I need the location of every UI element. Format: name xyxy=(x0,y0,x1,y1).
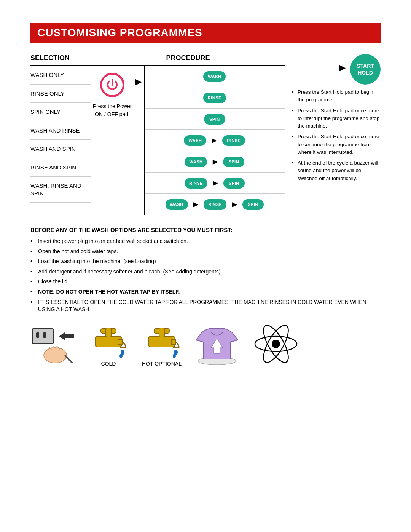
procedure-row-wash-rinse-spin: WASH ► RINSE ► SPIN xyxy=(145,194,285,215)
start-hold-line1: START xyxy=(357,62,374,69)
procedure-row-rinse: RINSE xyxy=(145,87,285,109)
svg-point-6 xyxy=(44,348,67,363)
wash-badge-4: WASH xyxy=(166,199,188,210)
svg-point-13 xyxy=(119,354,123,358)
procedure-rows: WASH RINSE SPIN WASH ► RINSE WASH ► SPIN xyxy=(144,66,285,215)
procedure-to-start-arrow: ► xyxy=(337,62,348,85)
bottom-icons-row: COLD HOT OPTIONAL xyxy=(30,321,381,367)
arrow-icon-4: ► xyxy=(192,200,200,209)
procedure-column: PROCEDURE Press the Power ON / OFF pad. … xyxy=(91,54,285,215)
rinse-badge-4: RINSE xyxy=(204,199,226,210)
svg-rect-16 xyxy=(159,328,164,337)
atom-icon-item xyxy=(251,321,301,367)
power-icon xyxy=(100,73,124,97)
procedure-row-rinse-spin: RINSE ► SPIN xyxy=(145,173,285,194)
selection-spin-only: SPIN ONLY xyxy=(30,103,91,121)
cold-label: COLD xyxy=(101,361,116,367)
wash-badge-2: WASH xyxy=(184,135,206,146)
shirt-icon-item xyxy=(194,321,240,367)
instruction-item-4: At the end of the cycle a buzzer will so… xyxy=(292,159,381,182)
instruction-item-1: Press the Start Hold pad to begin the pr… xyxy=(292,88,381,104)
page-title-bar: CUSTOMISING PROGRAMMES xyxy=(30,23,381,43)
selection-column: SELECTION WASH ONLY RINSE ONLY SPIN ONLY… xyxy=(30,54,91,215)
before-wash-item-1: Insert the power plug into an earthed wa… xyxy=(30,238,381,245)
instruction-item-2: Press the Start Hold pad once more to in… xyxy=(292,107,381,130)
cold-tap-icon-item: COLD xyxy=(88,325,129,367)
wash-badge-3: WASH xyxy=(185,157,207,167)
instructions-column: ► START HOLD Press the Start Hold pad to… xyxy=(285,54,381,215)
before-wash-heading: BEFORE ANY OF THE WASH OPTIONS ARE SELEC… xyxy=(30,227,381,233)
before-wash-item-7: IT IS ESSENTIAL TO OPEN THE COLD WATER T… xyxy=(30,299,381,313)
rinse-badge-2: RINSE xyxy=(222,135,245,146)
hot-tap-icon-item: HOT OPTIONAL xyxy=(141,325,183,367)
procedure-row-spin: SPIN xyxy=(145,109,285,130)
rinse-badge-3: RINSE xyxy=(185,178,207,189)
arrow-icon-3: ► xyxy=(211,178,220,188)
plug-icon-item xyxy=(30,325,76,367)
right-arrow-icon: ► xyxy=(133,76,144,88)
plug-icon xyxy=(30,325,76,367)
instruction-item-3: Press the Start Hold pad once more to co… xyxy=(292,133,381,156)
selection-wash-spin: WASH AND SPIN xyxy=(30,140,91,158)
atom-svg xyxy=(251,321,301,367)
before-wash-item-3: Load the washing into the machine. (see … xyxy=(30,258,381,265)
selection-rinse-spin: RINSE AND SPIN xyxy=(30,158,91,177)
before-wash-item-6: NOTE: DO NOT OPEN THE HOT WATER TAP BY I… xyxy=(30,288,381,296)
procedure-row-wash: WASH xyxy=(145,66,285,87)
before-wash-item-2: Open the hot and cold water taps. xyxy=(30,248,381,256)
spin-badge-3: SPIN xyxy=(223,178,245,189)
cold-tap-svg xyxy=(88,325,129,359)
instructions-list: Press the Start Hold pad to begin the pr… xyxy=(292,88,381,182)
selection-wash-rinse-spin: WASH, RINSE AND SPIN xyxy=(30,177,91,203)
spin-badge-2: SPIN xyxy=(223,157,244,167)
arrow-icon: ► xyxy=(210,136,218,145)
selection-wash-rinse: WASH AND RINSE xyxy=(30,121,91,140)
svg-marker-5 xyxy=(59,332,74,340)
svg-rect-2 xyxy=(32,329,53,344)
svg-line-7 xyxy=(65,355,72,363)
arrow-icon-2: ► xyxy=(211,157,219,167)
spin-badge: SPIN xyxy=(204,114,225,125)
spin-badge-4: SPIN xyxy=(242,199,264,210)
hot-tap-with-drops xyxy=(141,325,183,359)
svg-rect-10 xyxy=(106,328,111,337)
svg-rect-3 xyxy=(36,332,39,338)
instructions-text: Press the Start Hold pad to begin the pr… xyxy=(292,88,381,185)
selection-wash-only: WASH ONLY xyxy=(30,66,91,85)
svg-point-22 xyxy=(272,340,280,348)
page-title: CUSTOMISING PROGRAMMES xyxy=(37,27,374,39)
main-table-layout: SELECTION WASH ONLY RINSE ONLY SPIN ONLY… xyxy=(30,54,381,215)
selection-rinse-only: RINSE ONLY xyxy=(30,85,91,103)
before-wash-section: BEFORE ANY OF THE WASH OPTIONS ARE SELEC… xyxy=(30,227,381,313)
before-wash-item-5: Close the lid. xyxy=(30,278,381,286)
shirt-svg xyxy=(194,321,240,367)
rinse-badge: RINSE xyxy=(203,93,226,103)
power-to-procedure-arrow: ► xyxy=(133,66,144,215)
power-symbol-svg xyxy=(105,78,119,92)
start-hold-container: ► START HOLD xyxy=(292,54,381,85)
svg-rect-17 xyxy=(171,339,176,345)
procedure-row-wash-spin: WASH ► SPIN xyxy=(145,151,285,173)
svg-rect-11 xyxy=(118,339,123,345)
svg-rect-4 xyxy=(43,332,46,338)
hot-tap-svg xyxy=(141,325,183,359)
procedure-row-wash-rinse: WASH ► RINSE xyxy=(145,130,285,151)
start-hold-button[interactable]: START HOLD xyxy=(350,54,381,85)
power-section: Press the Power ON / OFF pad. xyxy=(91,66,133,215)
svg-point-19 xyxy=(173,354,176,358)
procedure-header: PROCEDURE xyxy=(91,54,285,66)
cold-tap-with-drops xyxy=(88,325,129,359)
arrow-icon-5: ► xyxy=(230,200,239,209)
power-text: Press the Power ON / OFF pad. xyxy=(91,102,133,118)
before-wash-item-4: Add detergent and if necessary softener … xyxy=(30,268,381,276)
selection-header: SELECTION xyxy=(30,54,91,66)
hot-label: HOT OPTIONAL xyxy=(142,361,182,367)
start-hold-line2: HOLD xyxy=(358,69,373,76)
wash-badge: WASH xyxy=(203,71,226,82)
before-wash-list: Insert the power plug into an earthed wa… xyxy=(30,238,381,313)
